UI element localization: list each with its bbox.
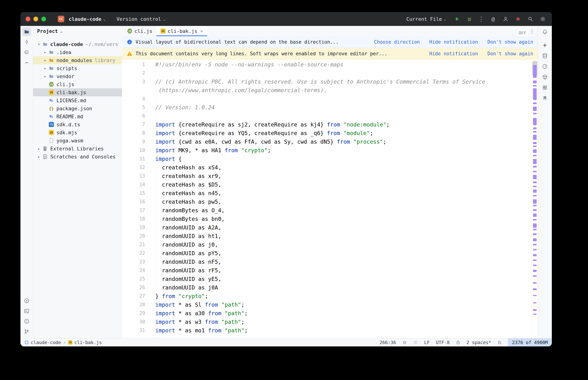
code-line[interactable]: 24 randomUUID as rF5, bbox=[122, 266, 532, 275]
error-stripe-mark[interactable] bbox=[533, 309, 537, 311]
tree-item-package-json[interactable]: {}package.json bbox=[33, 104, 122, 113]
search-icon[interactable] bbox=[527, 16, 534, 22]
error-stripe-mark[interactable] bbox=[533, 181, 537, 183]
code-line[interactable]: 21 randomUUID as j0, bbox=[122, 240, 532, 249]
error-stripe-mark[interactable] bbox=[533, 88, 537, 100]
error-stripe-mark[interactable] bbox=[533, 149, 537, 153]
code-line[interactable]: 29import * as a30 from "path"; bbox=[122, 309, 532, 318]
close-tab-icon[interactable]: ✕ bbox=[200, 28, 203, 34]
plugins-icon[interactable] bbox=[541, 83, 549, 92]
code-line[interactable]: 23 randomUUID as nF5, bbox=[122, 258, 532, 266]
code-line[interactable]: 3// (c) Anthropic PBC. All rights reserv… bbox=[122, 77, 532, 86]
tree-item-claude-code[interactable]: ▾claude-code~/.nvm/vers bbox=[33, 40, 122, 48]
error-stripe-mark[interactable] bbox=[533, 146, 537, 147]
code-line[interactable]: 16 createHash as pw5, bbox=[122, 197, 532, 206]
memory-indicator[interactable]: 2376 of 4900M bbox=[508, 338, 552, 346]
error-stripe-mark[interactable] bbox=[533, 238, 537, 241]
tab-overflow-menu[interactable]: ⋮ bbox=[529, 28, 535, 34]
encoding-widget[interactable]: UTF-8 bbox=[436, 340, 450, 345]
line-number[interactable]: 4 bbox=[122, 95, 155, 103]
error-stripe-mark[interactable] bbox=[533, 85, 537, 87]
code-line[interactable]: 28import * as Sl from "path"; bbox=[122, 301, 532, 309]
line-number[interactable] bbox=[122, 86, 155, 95]
line-number[interactable]: 7 bbox=[122, 120, 155, 129]
column-selection-icon[interactable] bbox=[413, 340, 418, 345]
line-number[interactable]: 5 bbox=[122, 103, 155, 112]
code-line[interactable]: 12 createHash as xS4, bbox=[122, 163, 532, 172]
code-line[interactable]: 19 randomUUID as A2A, bbox=[122, 223, 532, 232]
chevron-expanded-icon[interactable]: ▾ bbox=[36, 42, 42, 47]
error-stripe-mark[interactable] bbox=[533, 171, 537, 172]
tree-item-cli-bak-js[interactable]: JScli-bak.js bbox=[33, 88, 122, 96]
error-stripe-mark[interactable] bbox=[533, 205, 537, 206]
line-number[interactable]: 22 bbox=[122, 249, 155, 258]
error-stripe-mark[interactable] bbox=[533, 175, 537, 179]
line-number[interactable]: 19 bbox=[122, 223, 155, 232]
tree-item-cli-js[interactable]: JScli.js bbox=[33, 80, 122, 88]
line-number[interactable]: 30 bbox=[122, 318, 155, 326]
breadcrumb-project[interactable]: claude-code bbox=[24, 340, 61, 345]
debug-button[interactable] bbox=[466, 16, 473, 22]
project-menu[interactable]: claude-code ⌄ bbox=[67, 15, 107, 23]
code-line[interactable]: 2 bbox=[122, 69, 532, 77]
at-icon[interactable]: @ bbox=[490, 16, 497, 22]
chevron-collapsed-icon[interactable]: ▸ bbox=[42, 50, 48, 55]
code-line[interactable]: 5// Version: 1.0.24 bbox=[122, 103, 532, 112]
close-window-button[interactable] bbox=[26, 17, 30, 21]
error-stripe-mark[interactable] bbox=[533, 233, 537, 235]
line-number[interactable]: 24 bbox=[122, 266, 155, 275]
more-actions-button[interactable]: ⋮ bbox=[478, 16, 484, 22]
error-stripe-mark[interactable] bbox=[533, 219, 537, 221]
code-line[interactable]: 11import { bbox=[122, 155, 532, 163]
more-tool-windows-button[interactable]: ⋯ bbox=[22, 58, 31, 67]
line-number[interactable]: 6 bbox=[122, 112, 155, 120]
code-editor[interactable]: 1#!/usr/bin/env -S node --no-warnings --… bbox=[122, 59, 532, 338]
line-number[interactable]: 17 bbox=[122, 206, 155, 215]
code-line[interactable]: 27} from "crypto"; bbox=[122, 292, 532, 301]
error-stripe-mark[interactable] bbox=[533, 186, 537, 187]
error-stripe-mark[interactable] bbox=[533, 127, 537, 129]
tree-item-sdk-mjs[interactable]: JSsdk.mjs bbox=[33, 129, 122, 136]
error-stripe-mark[interactable] bbox=[533, 209, 537, 211]
line-number[interactable]: 26 bbox=[122, 283, 155, 292]
profiler-icon[interactable] bbox=[541, 62, 549, 71]
line-number[interactable]: 18 bbox=[122, 215, 155, 223]
error-stripe-mark[interactable] bbox=[533, 159, 537, 164]
code-line[interactable]: 13 createHash as xr9, bbox=[122, 172, 532, 180]
tree-item-yoga-wasm[interactable]: yoga.wasm bbox=[33, 136, 122, 145]
code-line[interactable]: 10import MK9, * as HA1 from "crypto"; bbox=[122, 146, 532, 155]
line-number[interactable]: 1 bbox=[122, 60, 155, 69]
tree-item-scripts[interactable]: ▸scripts bbox=[33, 64, 122, 72]
code-line[interactable]: 17 randomBytes as O_4, bbox=[122, 206, 532, 215]
code-line[interactable]: 8import {createRequire as YQ5, createReq… bbox=[122, 129, 532, 137]
code-line[interactable]: 6 bbox=[122, 112, 532, 120]
code-line[interactable]: 25 randomUUID as yE5, bbox=[122, 275, 532, 283]
run-configuration-selector[interactable]: Current File ⌄ bbox=[405, 15, 448, 23]
hide-notification-link[interactable]: Hide notification bbox=[429, 39, 478, 45]
error-stripe-mark[interactable] bbox=[533, 107, 537, 111]
chevron-collapsed-icon[interactable]: ▸ bbox=[42, 66, 48, 71]
database-icon[interactable] bbox=[541, 52, 549, 60]
problems-tool-window-button[interactable] bbox=[22, 317, 31, 326]
error-stripe-mark[interactable] bbox=[533, 155, 537, 156]
line-number[interactable]: 12 bbox=[122, 163, 155, 172]
line-number[interactable]: 8 bbox=[122, 129, 155, 137]
code-line[interactable]: 22 randomUUID as pY5, bbox=[122, 249, 532, 258]
code-line[interactable]: 9import {cwd as e0A, cwd as FfA, cwd as … bbox=[122, 137, 532, 146]
line-number[interactable]: 25 bbox=[122, 275, 155, 283]
code-line[interactable]: (https://www.anthropic.com/legal/commerc… bbox=[122, 86, 532, 95]
red-asterisk-icon[interactable] bbox=[515, 16, 522, 22]
error-stripe-mark[interactable] bbox=[533, 302, 537, 303]
tree-item-scratches-and-consoles[interactable]: ▸Scratches and Consoles bbox=[33, 152, 122, 161]
dont-show-again-link[interactable]: Don't show again bbox=[487, 51, 533, 57]
line-number[interactable]: 14 bbox=[122, 180, 155, 189]
run-tool-window-button[interactable] bbox=[22, 296, 31, 305]
tree-item-readme-md[interactable]: M↓README.md bbox=[33, 113, 122, 120]
line-number[interactable]: 21 bbox=[122, 240, 155, 249]
error-stripe-mark[interactable] bbox=[533, 314, 537, 315]
chevron-collapsed-icon[interactable]: ▸ bbox=[36, 146, 42, 151]
breadcrumb-file[interactable]: JS cli-bak.js bbox=[68, 340, 102, 345]
code-line[interactable]: 30import * as w3 from "path"; bbox=[122, 318, 532, 326]
error-stripe-mark[interactable] bbox=[533, 195, 537, 196]
code-line[interactable]: 31import * as mo1 from "path"; bbox=[122, 326, 532, 335]
